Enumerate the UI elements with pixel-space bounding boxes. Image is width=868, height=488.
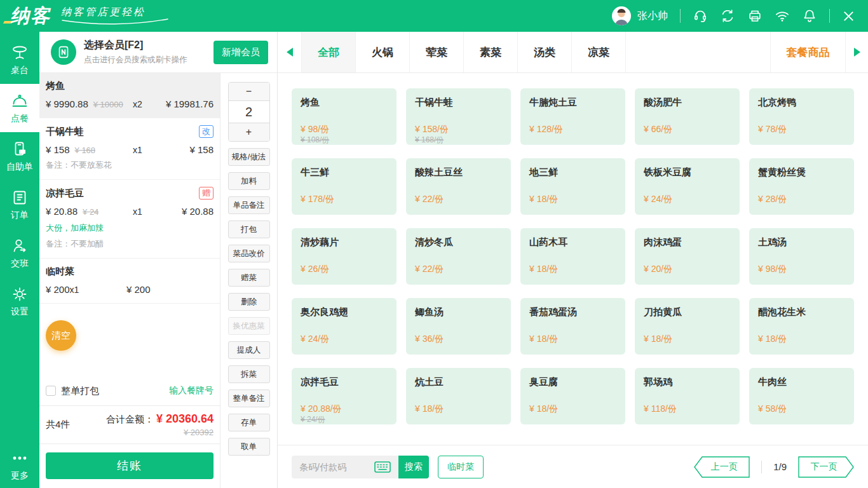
product-card[interactable]: 地三鲜 ¥ 18/份	[520, 158, 625, 215]
product-card[interactable]: 奥尔良鸡翅 ¥ 24/份	[292, 298, 397, 355]
add-member-button[interactable]: 新增会员	[214, 41, 268, 64]
order-panel: 选择会员[F2] 点击进行会员搜索或刷卡操作 新增会员 清空 烤鱼	[39, 32, 278, 488]
product-price: ¥ 98/份	[758, 264, 787, 275]
category-tab[interactable]: 素菜	[464, 32, 518, 72]
chevron-left-icon	[287, 48, 293, 57]
keyboard-icon[interactable]	[374, 461, 391, 473]
product-card[interactable]: 干锅牛蛙 ¥ 158/份 ¥ 168/份	[406, 88, 511, 145]
sidebar-item-more[interactable]: 更多	[0, 442, 39, 488]
action-button[interactable]: 提成人	[228, 341, 270, 359]
product-card[interactable]: 铁板米豆腐 ¥ 24/份	[635, 158, 740, 215]
total-original-amount: ¥ 20392	[106, 428, 214, 437]
action-button[interactable]: 删除	[228, 293, 270, 311]
wifi-icon[interactable]	[775, 8, 790, 24]
prev-page-button[interactable]: 上一页	[694, 456, 750, 478]
product-name: 番茄鸡蛋汤	[520, 298, 625, 318]
sidebar-item-shift[interactable]: 交班	[0, 229, 39, 277]
item-original-price: ¥ 168	[75, 146, 133, 155]
action-button[interactable]: 菜品改价	[228, 245, 270, 262]
product-card[interactable]: 番茄鸡蛋汤 ¥ 18/份	[520, 298, 625, 355]
action-button[interactable]: 规格/做法	[228, 148, 270, 166]
topbar: 纳客 纳客管店更轻松 张小帅	[0, 0, 868, 32]
sidebar-item-orders[interactable]: 订单	[0, 180, 39, 229]
product-card[interactable]: 山药木耳 ¥ 18/份	[520, 228, 625, 285]
combo-products-tab[interactable]: 套餐商品	[770, 32, 845, 72]
product-card[interactable]: 醋泡花生米 ¥ 18/份	[749, 298, 854, 355]
product-card[interactable]: 臭豆腐 ¥ 18/份	[520, 368, 625, 424]
tabs-scroll-left-button[interactable]	[278, 32, 302, 72]
support-icon[interactable]	[693, 8, 708, 24]
pack-whole-order-checkbox[interactable]	[46, 386, 56, 396]
close-icon[interactable]	[842, 10, 855, 23]
quantity-minus-button[interactable]: −	[229, 83, 269, 100]
product-card[interactable]: 酸辣土豆丝 ¥ 22/份	[406, 158, 511, 215]
product-price: ¥ 78/份	[758, 124, 787, 135]
item-badge[interactable]: 改	[199, 125, 214, 138]
action-button[interactable]: 取单	[228, 438, 270, 456]
product-card[interactable]: 鲫鱼汤 ¥ 36/份	[406, 298, 511, 355]
clear-order-button[interactable]: 清空	[46, 320, 76, 351]
checkout-button[interactable]: 结账	[46, 452, 214, 479]
product-card[interactable]: 刀拍黄瓜 ¥ 18/份	[635, 298, 740, 355]
product-card[interactable]: 牛腩炖土豆 ¥ 128/份	[520, 88, 625, 145]
printer-icon[interactable]	[747, 8, 763, 24]
action-button[interactable]: 赠菜	[228, 269, 270, 287]
order-item[interactable]: 干锅牛蛙 改 ¥ 158 ¥ 168 x1 ¥ 158	[39, 118, 220, 180]
order-item[interactable]: 凉拌毛豆 赠 ¥ 20.88 ¥ 24 x1 ¥ 20.88 大份，加麻加辣	[39, 180, 220, 259]
category-tab[interactable]: 全部	[302, 32, 356, 72]
action-button[interactable]: 拆菜	[228, 365, 270, 383]
quantity-plus-button[interactable]: +	[229, 123, 269, 141]
dish-name: 凉拌毛豆	[46, 187, 84, 200]
sync-icon[interactable]	[720, 8, 735, 24]
action-button[interactable]: 换优惠菜	[228, 317, 270, 335]
avatar[interactable]	[612, 6, 631, 25]
sidebar-item-self-service[interactable]: 自助单	[0, 132, 39, 180]
bell-icon[interactable]	[802, 8, 817, 24]
member-bar[interactable]: 选择会员[F2] 点击进行会员搜索或刷卡操作 新增会员	[39, 32, 277, 73]
search-button[interactable]: 搜索	[398, 456, 429, 478]
item-remark: 备注：不要放葱花	[46, 159, 214, 171]
total-label: 合计金额：	[106, 414, 154, 426]
product-card[interactable]: 炕土豆 ¥ 18/份	[406, 368, 511, 424]
action-button[interactable]: 单品备注	[228, 196, 270, 214]
sidebar-item-settings[interactable]: 设置	[0, 277, 39, 325]
action-button[interactable]: 整单备注	[228, 390, 270, 407]
enter-table-number-link[interactable]: 输入餐牌号	[169, 385, 214, 396]
order-item[interactable]: 临时菜 ¥ 200 x1 ¥ 200	[39, 259, 220, 304]
product-card[interactable]: 烤鱼 ¥ 98/份 ¥ 108/份	[292, 88, 397, 145]
product-card[interactable]: 郭场鸡 ¥ 118/份	[635, 368, 740, 424]
action-button[interactable]: 打包	[228, 220, 270, 238]
more-dots-icon	[11, 449, 29, 467]
product-card[interactable]: 蟹黄粉丝煲 ¥ 28/份	[749, 158, 854, 215]
item-badge[interactable]: 赠	[199, 187, 214, 200]
sidebar-item-order-dishes[interactable]: 点餐	[0, 84, 39, 132]
next-page-button[interactable]: 下一页	[798, 456, 854, 478]
order-item[interactable]: 烤鱼 ¥ 9990.88 ¥ 10000 x2 ¥ 19981.76	[39, 73, 220, 118]
product-card[interactable]: 肉沫鸡蛋 ¥ 20/份	[635, 228, 740, 285]
product-name: 凉拌毛豆	[292, 368, 397, 388]
product-card[interactable]: 土鸡汤 ¥ 98/份	[749, 228, 854, 285]
product-card[interactable]: 清炒藕片 ¥ 26/份	[292, 228, 397, 285]
menu-panel: 全部火锅荤菜素菜汤类凉菜 套餐商品 烤鱼 ¥ 98/份 ¥ 108/份 干锅牛蛙	[278, 32, 868, 488]
item-total: ¥ 19981.76	[159, 98, 214, 109]
product-card[interactable]: 牛三鲜 ¥ 178/份	[292, 158, 397, 215]
tabs-scroll-right-button[interactable]	[845, 32, 868, 72]
sidebar-item-label: 点餐	[11, 113, 29, 125]
category-tab[interactable]: 火锅	[356, 32, 410, 72]
product-card[interactable]: 凉拌毛豆 ¥ 20.88/份 ¥ 24/份	[292, 368, 397, 424]
category-tab[interactable]: 汤类	[518, 32, 572, 72]
product-name: 土鸡汤	[749, 228, 854, 248]
sidebar-item-tables[interactable]: 桌台	[0, 36, 39, 84]
item-original-price: ¥ 24	[83, 207, 133, 217]
product-card[interactable]: 清炒冬瓜 ¥ 22/份	[406, 228, 511, 285]
action-button[interactable]: 存单	[228, 414, 270, 431]
product-price: ¥ 18/份	[644, 334, 672, 345]
product-card[interactable]: 北京烤鸭 ¥ 78/份	[749, 88, 854, 145]
product-card[interactable]: 牛肉丝 ¥ 58/份	[749, 368, 854, 424]
action-button[interactable]: 加料	[228, 172, 270, 190]
category-tab[interactable]: 凉菜	[572, 32, 626, 72]
category-tab[interactable]: 荤菜	[410, 32, 464, 72]
product-card[interactable]: 酸汤肥牛 ¥ 66/份	[635, 88, 740, 145]
temp-dish-button[interactable]: 临时菜	[438, 456, 484, 478]
barcode-input[interactable]	[299, 462, 374, 472]
